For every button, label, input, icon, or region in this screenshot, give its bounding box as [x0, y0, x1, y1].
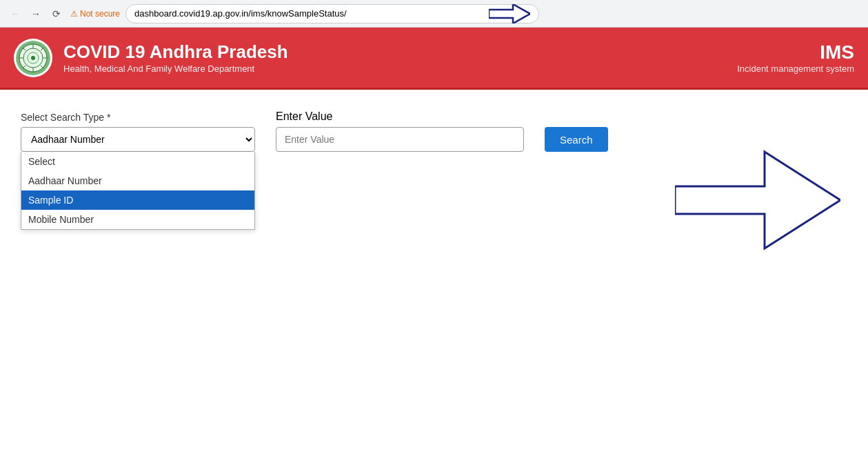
dropdown-open: Select Aadhaar Number Sample ID Mobile N…: [21, 152, 255, 230]
enter-value-label: Enter Value: [276, 110, 524, 123]
url-input[interactable]: [134, 8, 485, 19]
search-type-select[interactable]: Select Aadhaar Number Sample ID Mobile N…: [21, 127, 255, 152]
nav-buttons: ← → ⟳: [7, 6, 65, 22]
url-arrow-annotation: [489, 4, 530, 23]
forward-button[interactable]: →: [28, 6, 44, 22]
search-type-label: Select Search Type *: [21, 112, 255, 123]
svg-marker-13: [675, 152, 840, 248]
header-right: IMS Incident management system: [737, 41, 854, 74]
back-button[interactable]: ←: [7, 6, 23, 22]
warning-icon: ⚠: [70, 9, 78, 19]
dropdown-option-aadhaar[interactable]: Aadhaar Number: [21, 171, 254, 190]
dropdown-option-select[interactable]: Select: [21, 152, 254, 171]
header-left: COVID 19 Andhra Pradesh Health, Medical …: [14, 39, 288, 77]
enter-value-input[interactable]: [276, 127, 524, 152]
ims-subtitle: Incident management system: [737, 63, 854, 74]
address-bar[interactable]: [125, 4, 539, 23]
search-type-select-wrapper: Select Aadhaar Number Sample ID Mobile N…: [21, 127, 255, 152]
header: COVID 19 Andhra Pradesh Health, Medical …: [0, 28, 868, 90]
dropdown-option-mobile[interactable]: Mobile Number: [21, 210, 254, 229]
browser-chrome: ← → ⟳ ⚠ Not secure: [0, 0, 868, 28]
dropdown-option-sample-id[interactable]: Sample ID: [21, 190, 254, 210]
enter-value-group: Enter Value: [276, 110, 524, 152]
search-button[interactable]: Search: [545, 127, 608, 152]
main-content: Select Search Type * Select Aadhaar Numb…: [0, 90, 868, 173]
header-title: COVID 19 Andhra Pradesh Health, Medical …: [63, 41, 288, 73]
right-arrow-annotation: [675, 110, 840, 293]
reload-button[interactable]: ⟳: [48, 6, 65, 22]
logo: [14, 39, 52, 77]
arrow-svg: [675, 110, 840, 290]
app-title: COVID 19 Andhra Pradesh: [63, 41, 288, 63]
not-secure-label: Not secure: [80, 9, 120, 19]
security-warning: ⚠ Not secure: [70, 9, 120, 19]
svg-point-4: [31, 56, 35, 60]
logo-inner: [16, 41, 50, 75]
ims-title: IMS: [737, 41, 854, 63]
app-subtitle: Health, Medical And Family Welfare Depar…: [63, 63, 288, 74]
search-type-group: Select Search Type * Select Aadhaar Numb…: [21, 112, 255, 152]
svg-marker-0: [489, 4, 530, 23]
